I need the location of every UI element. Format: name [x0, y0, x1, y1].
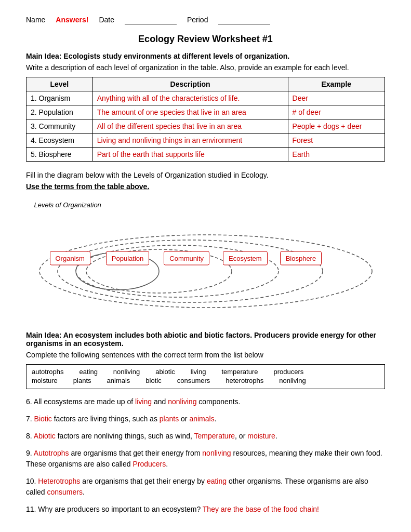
sentence-part: .: [83, 488, 85, 496]
venn-term-community: Community: [164, 251, 209, 265]
sentence-part: eating: [207, 477, 227, 485]
table-example: Deer: [288, 91, 385, 105]
table-row: 4. Ecosystem: [26, 134, 93, 148]
term-item: abiotic: [155, 368, 175, 376]
term-item: plants: [73, 377, 91, 384]
numbered-sentence: 10. Heterotrophs are organisms that get …: [26, 476, 385, 498]
term-item: eating: [79, 368, 97, 376]
sentence-part: animals: [189, 415, 214, 423]
name-label: Name: [26, 16, 45, 24]
venn-term-organism: Organism: [50, 251, 90, 265]
section2-main-idea: Main Idea: An ecosystem includes both ab…: [26, 331, 376, 348]
venn-term-biosphere: Biosphere: [280, 251, 322, 265]
use-terms: Use the terms from the table above.: [26, 182, 385, 191]
sentence-number: 6.: [26, 397, 34, 406]
sentence-part: Heterotrophs: [38, 477, 80, 485]
terms-row1: autotrophseatingnonlivingabioticlivingte…: [32, 368, 379, 376]
period-field[interactable]: [218, 16, 270, 24]
sentence-number: 9.: [26, 449, 34, 457]
sentence-part: Autotrophs: [34, 449, 69, 457]
header: Name Answers! Date Period: [26, 16, 385, 24]
term-item: living: [191, 368, 206, 376]
numbered-sentence: 8. Abiotic factors are nonliving things,…: [26, 431, 385, 442]
sentence-part: consumers: [47, 488, 82, 496]
sentence-part: plants: [160, 415, 179, 423]
section2-subtitle: Complete the following sentences with th…: [26, 351, 385, 359]
sentence-part: or: [179, 415, 189, 423]
table-description: All of the different species that live i…: [92, 119, 288, 134]
svg-point-1: [58, 240, 323, 302]
sentence-part: are organisms that get their energy from: [69, 449, 203, 457]
term-item: temperature: [221, 368, 258, 376]
table-row: 3. Community: [26, 119, 93, 134]
sentence-part: components.: [196, 397, 240, 406]
term-item: nonliving: [279, 377, 306, 384]
term-item: animals: [107, 377, 130, 384]
venn-term-population: Population: [106, 251, 149, 265]
table-example: People + dogs + deer: [288, 119, 385, 134]
date-label: Date: [99, 16, 114, 24]
section1-main-idea: Main Idea: Ecologists study environments…: [26, 52, 385, 60]
terms-row2: moistureplantsanimalsbioticconsumershete…: [32, 377, 379, 384]
sentence-part: Producers: [132, 460, 166, 468]
answers-label: Answers!: [56, 16, 88, 24]
sentence-part: nonliving: [168, 397, 196, 406]
sentences-container: 6. All ecosystems are made up of living …: [26, 396, 385, 515]
term-item: moisture: [32, 377, 58, 384]
svg-point-0: [39, 235, 372, 308]
sentence-part: , or: [235, 432, 247, 440]
sentence-part: are organisms that get their energy by: [80, 477, 207, 485]
sentence-part: nonliving: [202, 449, 231, 457]
venn-diagram: Levels of Organization Organism Populati…: [29, 201, 382, 315]
numbered-sentence: 6. All ecosystems are made up of living …: [26, 396, 385, 407]
sentence-part: Abiotic: [34, 432, 56, 440]
numbered-sentence: 7. Biotic factors are living things, suc…: [26, 414, 385, 424]
sentence-part: Biotic: [34, 415, 52, 423]
page-title: Ecology Review Worksheet #1: [26, 34, 385, 45]
table-description: Living and nonliving things in an enviro…: [92, 134, 288, 148]
levels-table: Level Description Example 1. OrganismAny…: [26, 77, 385, 162]
table-description: The amount of one species that live in a…: [92, 105, 288, 119]
term-item: producers: [273, 368, 303, 376]
numbered-sentence: 11. Why are producers so important to an…: [26, 504, 385, 515]
venn-term-ecosystem: Ecosystem: [223, 251, 268, 265]
sentence-number: 11.: [26, 505, 38, 513]
sentence-part: moisture: [247, 432, 275, 440]
period-label: Period: [187, 16, 208, 24]
sentence-number: 10.: [26, 477, 38, 485]
sentence-part: .: [215, 415, 217, 423]
sentence-part: All ecosystems are made up of: [34, 397, 135, 406]
term-item: nonliving: [113, 368, 140, 376]
sentence-number: 8.: [26, 432, 34, 440]
col-example: Example: [288, 77, 385, 91]
table-row: 2. Population: [26, 105, 93, 119]
sentence-part: and: [152, 397, 168, 406]
table-example: Earth: [288, 148, 385, 162]
term-item: biotic: [145, 377, 161, 384]
date-field[interactable]: [125, 16, 177, 24]
sentence-part: .: [166, 460, 168, 468]
sentence-part: Why are producers so important to an eco…: [38, 505, 202, 513]
terms-box: autotrophseatingnonlivingabioticlivingte…: [26, 364, 385, 389]
table-row: 5. Biosphere: [26, 148, 93, 162]
term-item: consumers: [177, 377, 210, 384]
table-example: Forest: [288, 134, 385, 148]
venn-instruction: Fill in the diagram below with the Level…: [26, 171, 385, 179]
term-item: heterotrophs: [226, 377, 263, 384]
sentence-number: 7.: [26, 415, 34, 423]
sentence-part: .: [275, 432, 277, 440]
table-row: 1. Organism: [26, 91, 93, 105]
sentence-part: factors are living things, such as: [52, 415, 160, 423]
sentence-part: Temperature: [194, 432, 235, 440]
sentence-part: They are the base of the food chain!: [203, 505, 319, 513]
table-example: # of deer: [288, 105, 385, 119]
table-description: Part of the earth that supports life: [92, 148, 288, 162]
term-item: autotrophs: [32, 368, 63, 376]
table-description: Anything with all of the characteristics…: [92, 91, 288, 105]
col-description: Description: [92, 77, 288, 91]
numbered-sentence: 9. Autotrophs are organisms that get the…: [26, 448, 385, 470]
col-level: Level: [26, 77, 93, 91]
sentence-part: living: [135, 397, 152, 406]
sentence-part: factors are nonliving things, such as wi…: [56, 432, 194, 440]
section1-subtitle: Write a description of each level of org…: [26, 63, 385, 72]
